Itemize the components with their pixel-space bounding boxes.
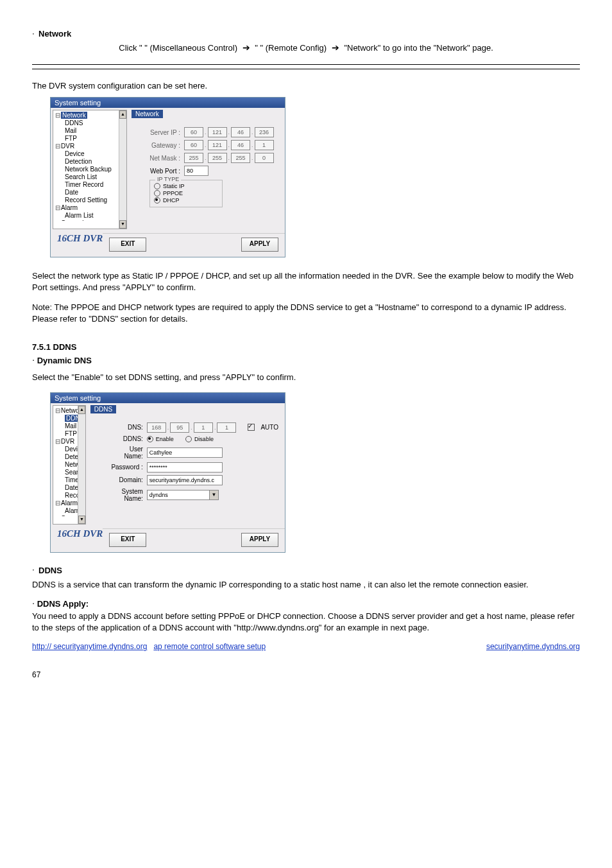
system-name-select[interactable]: dyndns ▼ — [147, 490, 219, 500]
label-username: User Name: — [110, 446, 143, 460]
exit-button[interactable]: EXIT — [109, 238, 146, 252]
label-server-ip: Server IP : — [143, 129, 180, 136]
scroll-up-icon[interactable]: ▲ — [78, 406, 85, 414]
radio-dhcp[interactable]: DHCP — [154, 197, 218, 204]
chevron-down-icon: ▼ — [209, 490, 218, 499]
tree-date[interactable]: Date — [65, 189, 125, 196]
label-system-name: System Name: — [110, 488, 143, 502]
exit-button[interactable]: EXIT — [109, 533, 146, 547]
tree-ftp[interactable]: FTP — [65, 135, 125, 143]
system-setting-window-network: System setting ⊟Network DDNS Mail FTP ⊟D… — [50, 97, 285, 257]
page-number: 67 — [32, 670, 580, 679]
tree-mail[interactable]: Mail — [65, 127, 125, 135]
tree-alarm[interactable]: ⊟Alarm — [55, 204, 125, 212]
window-titlebar: System setting — [51, 393, 285, 403]
link-1[interactable]: http:// securityanytime.dyndns.org — [32, 642, 147, 651]
ddns-apply-heading: ‧ DDNS Apply: — [32, 599, 580, 609]
tree-record-setting[interactable]: Record Setting — [65, 196, 125, 204]
ddns-sub: ‧ Dynamic DNS — [32, 356, 580, 365]
netmask-input[interactable]: 255. 255. 255. 0 — [184, 153, 274, 163]
arrow-icon: ➔ — [242, 42, 250, 53]
label-netmask: Net Mask : — [143, 155, 180, 162]
label-webport: Web Port : — [143, 168, 180, 175]
label-ddns: DDNS: — [110, 435, 143, 442]
domain-input[interactable]: securityanytime.dyndns.c — [147, 475, 223, 485]
label-gateway: Gateway : — [143, 142, 180, 149]
scroll-down-icon[interactable]: ▼ — [119, 220, 126, 229]
tree-scrollbar[interactable]: ▲ ▼ — [119, 110, 126, 229]
dns-input[interactable]: 168. 95. 1. 1 — [147, 422, 237, 433]
label-password: Password : — [110, 464, 143, 471]
ddns-enable-para: Select the "Enable" to set DDNS setting,… — [32, 372, 580, 383]
radio-static-ip[interactable]: Static IP — [154, 183, 218, 189]
subsection-heading: ‧ Network — [32, 29, 580, 39]
ddns-apply-text: You need to apply a DDNS account before … — [32, 611, 580, 633]
system-setting-window-ddns: System setting ⊟Network DDNS Mail FTP ⊟D… — [50, 392, 285, 553]
tree-panel: ⊟Network DDNS Mail FTP ⊟DVR Device Detec… — [53, 405, 86, 525]
ddns-subheading: ‧ DDNS — [32, 566, 580, 575]
webport-input[interactable]: 80 — [184, 166, 208, 176]
scroll-up-icon[interactable]: ▲ — [119, 110, 126, 119]
instruction-line: Click " " (Miscellaneous Control) ➔ " " … — [32, 42, 580, 53]
network-paragraph: Select the network type as Static IP / P… — [32, 270, 580, 293]
radio-pppoe[interactable]: PPPOE — [154, 190, 218, 196]
tree-general[interactable]: ⊟General — [55, 220, 125, 221]
tree-search-list[interactable]: Search List — [65, 173, 125, 181]
section-ddns-title: 7.5.1 DDNS — [32, 342, 580, 352]
tree-timer-record[interactable]: Timer Record — [65, 181, 125, 189]
radio-disable[interactable]: Disable — [185, 436, 214, 442]
iptype-group: IP TYPE Static IP PPPOE DHCP — [149, 180, 223, 207]
tree-dvr[interactable]: ⊟DVR — [55, 143, 125, 150]
username-input[interactable]: Cathylee — [147, 447, 223, 458]
apply-button[interactable]: APPLY — [241, 533, 278, 547]
tree-ddns[interactable]: DDNS — [65, 119, 125, 127]
brand-label: 16CH DVR — [57, 528, 103, 539]
brand-label: 16CH DVR — [57, 233, 103, 244]
link-2[interactable]: ap remote control software setup — [153, 642, 266, 651]
password-input[interactable]: ******** — [147, 462, 223, 473]
scroll-down-icon[interactable]: ▼ — [78, 516, 85, 524]
radio-enable[interactable]: Enable — [147, 436, 174, 442]
label-domain: Domain: — [110, 476, 143, 483]
server-ip-input[interactable]: 60. 121. 46. 236 — [184, 127, 274, 137]
auto-checkbox[interactable] — [248, 424, 255, 431]
bullet-dot: ‧ — [32, 30, 35, 38]
ddns-desc: DDNS is a service that can transform the… — [32, 579, 580, 591]
tree-panel: ⊟Network DDNS Mail FTP ⊟DVR Device Detec… — [53, 110, 127, 229]
window-titlebar: System setting — [51, 98, 285, 108]
apply-button[interactable]: APPLY — [241, 238, 278, 252]
tree-network[interactable]: ⊟Network — [55, 112, 125, 119]
gateway-input[interactable]: 60. 121. 46. 1 — [184, 140, 274, 150]
label-dns: DNS: — [110, 424, 143, 431]
tree-detection[interactable]: Detection — [65, 158, 125, 166]
tree-network-backup[interactable]: Network Backup — [65, 166, 125, 173]
link-3[interactable]: securityanytime.dyndns.org — [486, 642, 580, 651]
double-rule — [32, 64, 580, 69]
iptype-legend: IP TYPE — [155, 176, 181, 182]
tree-scrollbar[interactable]: ▲ ▼ — [78, 406, 85, 524]
links-row: http:// securityanytime.dyndns.org ap re… — [32, 642, 580, 651]
dvr-system-line: The DVR system configuration can be set … — [32, 81, 580, 91]
tree-alarm-list[interactable]: Alarm List — [65, 212, 125, 220]
auto-label: AUTO — [260, 424, 278, 431]
network-note: Note: The PPPOE and DHCP network types a… — [32, 302, 580, 324]
panel-title-ddns: DDNS — [90, 405, 116, 413]
panel-title-network: Network — [132, 110, 163, 118]
heading-network: Network — [38, 29, 71, 39]
arrow-icon: ➔ — [332, 42, 339, 53]
tree-device[interactable]: Device — [65, 150, 125, 158]
